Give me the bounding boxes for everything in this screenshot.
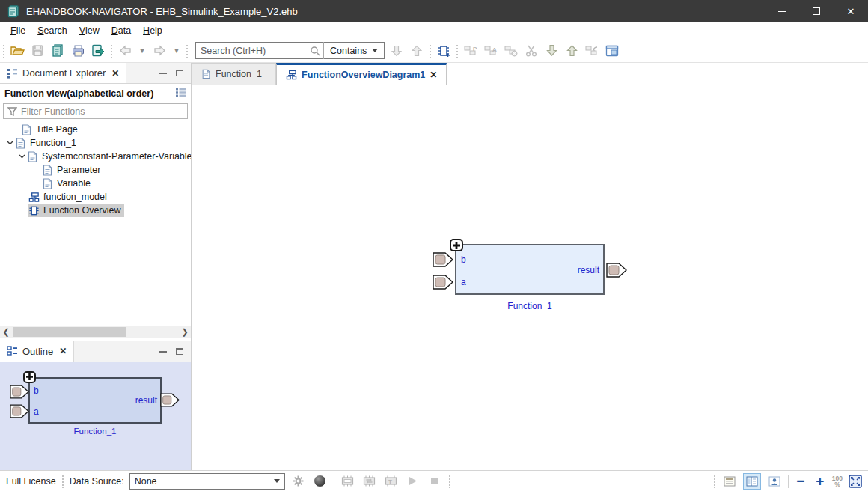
outline-input-port-a[interactable] [10, 404, 29, 418]
nav-back-button[interactable] [117, 42, 133, 60]
save-button[interactable] [29, 42, 46, 60]
output-port-result[interactable] [606, 263, 627, 278]
maximize-panel-icon[interactable] [176, 348, 183, 355]
tree-item-title-page[interactable]: Title Page [0, 123, 191, 136]
next-result-button[interactable] [388, 42, 405, 60]
minimize-panel-icon[interactable] [159, 72, 167, 74]
tab-document-explorer[interactable]: Document Explorer ✕ [0, 63, 126, 83]
outline-function-block[interactable]: b a result [28, 377, 162, 424]
open-handbook-button[interactable] [49, 42, 66, 60]
fit-to-screen-button[interactable] [847, 473, 864, 490]
input-port-a[interactable] [433, 275, 453, 290]
horizontal-scrollbar[interactable]: ❮ ❯ [0, 326, 191, 338]
chevron-down-icon[interactable] [4, 141, 15, 145]
export-button[interactable] [563, 42, 580, 60]
calibration-ram-button[interactable] [340, 473, 356, 490]
zoom-in-button[interactable]: + [813, 474, 828, 489]
menu-view[interactable]: View [73, 24, 106, 37]
input-port-b[interactable] [433, 252, 453, 267]
document-icon [42, 178, 53, 189]
nav-forward-button[interactable] [151, 42, 168, 60]
add-annotation-button[interactable]: A [483, 42, 499, 60]
import-button[interactable] [543, 42, 560, 60]
tree-view-icon [7, 68, 18, 79]
document-icon [27, 151, 38, 162]
minimize-panel-icon[interactable] [159, 350, 167, 353]
run-button[interactable] [405, 473, 421, 490]
close-icon[interactable]: ✕ [59, 346, 67, 356]
nav-forward-dropdown[interactable]: ▼ [171, 42, 182, 60]
person-view-button[interactable] [765, 473, 783, 490]
ram-chip-icon [341, 475, 354, 487]
function-overview-button[interactable] [435, 42, 452, 60]
tree-item-systemconstant[interactable]: Systemconstant-Parameter-Variable-C [0, 150, 191, 163]
tree-item-parameter[interactable]: Parameter [0, 163, 191, 177]
text-view-button[interactable] [721, 473, 739, 490]
tree-item-function-1[interactable]: Function_1 [0, 136, 191, 150]
calibration-swap-button[interactable] [361, 473, 378, 490]
menu-help[interactable]: Help [137, 24, 168, 37]
minimize-button[interactable] [765, 0, 799, 22]
import-arrow-icon [546, 44, 557, 57]
menu-data[interactable]: Data [106, 24, 137, 37]
print-button[interactable] [70, 42, 86, 60]
zoom-100-button[interactable]: 100 % [832, 475, 843, 487]
svg-text:T: T [388, 478, 392, 485]
view-menu-icon[interactable] [175, 88, 186, 100]
back-arrow-icon [119, 45, 132, 56]
expand-plus-button[interactable] [450, 239, 463, 251]
scroll-left-icon[interactable]: ❮ [0, 327, 12, 337]
scroll-right-icon[interactable]: ❯ [179, 327, 191, 337]
search-icon[interactable] [307, 46, 323, 56]
close-icon[interactable]: ✕ [111, 68, 119, 79]
data-sphere-button[interactable] [312, 473, 328, 490]
zoom-out-button[interactable]: − [793, 474, 808, 489]
diagram-revert-button[interactable] [584, 42, 600, 60]
split-view-button[interactable] [743, 473, 761, 490]
previous-result-button[interactable] [409, 42, 425, 60]
cut-button[interactable] [523, 42, 540, 60]
save-icon [32, 45, 43, 56]
tree-item-variable[interactable]: Variable [0, 177, 191, 190]
selected-tree-item: Function Overview [28, 204, 124, 217]
nav-back-dropdown[interactable]: ▼ [137, 42, 147, 60]
settings-button[interactable] [290, 473, 307, 490]
gear-icon [293, 475, 304, 487]
license-status: Full License [6, 476, 56, 487]
tree-item-function-model[interactable]: function_model [0, 190, 191, 204]
statusbar: Full License Data Source: None [0, 470, 868, 491]
stop-button[interactable] [427, 473, 443, 490]
search-input[interactable] [196, 43, 307, 58]
print-icon [72, 45, 85, 57]
outline-preview[interactable]: b a result Function_1 [0, 362, 191, 471]
tab-outline[interactable]: Outline ✕ [0, 341, 74, 362]
menu-search[interactable]: Search [31, 24, 73, 37]
filter-functions-input[interactable] [21, 106, 187, 117]
scrollbar-thumb[interactable] [13, 327, 126, 337]
open-file-button[interactable] [9, 42, 25, 60]
document-icon [21, 124, 32, 135]
tab-function-1[interactable]: Function_1 [192, 63, 276, 85]
handbook-icon [52, 44, 64, 57]
calibration-write-button[interactable]: T [383, 473, 400, 490]
function-block[interactable]: b a result [455, 244, 605, 295]
tree-item-function-overview[interactable]: Function Overview [0, 204, 191, 217]
add-parameter-button[interactable]: P [462, 42, 479, 60]
close-icon[interactable]: ✕ [430, 70, 437, 80]
tab-function-overview-diagram[interactable]: FunctionOverviewDiagram1 ✕ [276, 63, 447, 85]
menu-file[interactable]: File [4, 24, 31, 37]
diagram-canvas[interactable]: b a result Function_1 [192, 85, 868, 470]
maximize-button[interactable] [799, 0, 834, 22]
maximize-panel-icon[interactable] [176, 70, 183, 76]
search-mode-dropdown[interactable]: Contains [323, 42, 384, 59]
remove-element-button[interactable] [503, 42, 519, 60]
filter-funnel-icon [7, 106, 17, 116]
data-source-dropdown[interactable]: None [129, 473, 285, 490]
open-window-button[interactable] [604, 42, 620, 60]
export-handbook-button[interactable] [90, 42, 106, 60]
outline-input-port-b[interactable] [10, 385, 29, 399]
chevron-down-icon[interactable] [16, 154, 27, 159]
outline-expand-plus-button[interactable] [23, 371, 36, 383]
close-button[interactable]: ✕ [834, 0, 868, 22]
outline-output-port-result[interactable] [160, 393, 180, 407]
